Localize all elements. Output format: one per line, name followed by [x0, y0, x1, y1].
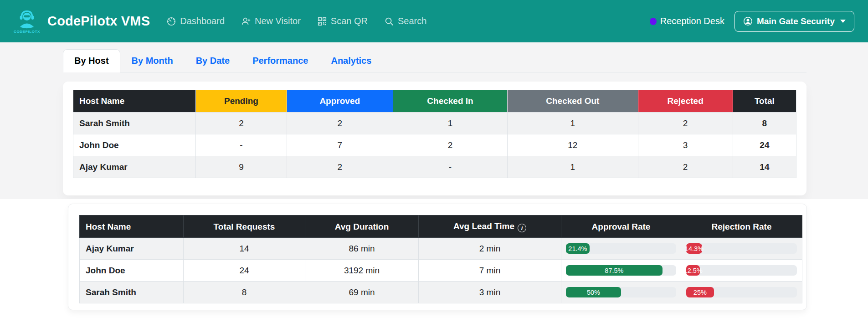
- station-label: Reception Desk: [660, 16, 724, 26]
- avg-duration-cell: 3192 min: [305, 260, 419, 282]
- avg-lead-time-cell: 2 min: [419, 238, 561, 260]
- checked-in-cell: -: [393, 156, 507, 178]
- rejection-progress-bar: 14.3%: [686, 243, 702, 254]
- table-row: Ajay Kumar 9 2 - 1 2 14: [73, 156, 796, 178]
- checked-out-cell: 1: [508, 156, 638, 178]
- approval-progress-track: 21.4%: [566, 243, 676, 254]
- avg-duration-cell: 69 min: [305, 282, 419, 303]
- host-name-cell: Sarah Smith: [73, 113, 196, 134]
- pending-cell: 2: [196, 113, 287, 134]
- rejection-progress-track: 14.3%: [686, 243, 797, 254]
- table-row: Sarah Smith 2 2 1 1 2 8: [73, 113, 796, 134]
- logo-caption: CODEPILOTX: [14, 30, 40, 34]
- pending-cell: 9: [196, 156, 287, 178]
- user-menu-label: Main Gate Security: [757, 16, 835, 26]
- nav-item-scan-qr[interactable]: Scan QR: [317, 16, 368, 26]
- host-status-card: Host Name Pending Approved Checked In Ch…: [63, 82, 806, 195]
- table-row: Ajay Kumar 14 86 min 2 min 21.4% 14.3%: [80, 238, 802, 260]
- brand-title[interactable]: CodePilotx VMS: [47, 14, 150, 29]
- tab-performance[interactable]: Performance: [241, 49, 319, 72]
- logo-person-headset-icon: [16, 9, 37, 29]
- total-cell: 14: [733, 156, 796, 178]
- host-performance-card: Host Name Total Requests Avg Duration Av…: [68, 204, 807, 310]
- approval-progress-bar: 50%: [566, 287, 621, 297]
- app-root: { "navbar": { "brand": "CodePilotx VMS",…: [0, 0, 868, 328]
- tab-analytics[interactable]: Analytics: [319, 49, 383, 72]
- qr-icon: [317, 16, 327, 26]
- station-status-dot: [650, 18, 657, 25]
- app-logo[interactable]: CODEPILOTX: [14, 9, 40, 34]
- col-avg-duration: Avg Duration: [305, 215, 419, 238]
- rejection-progress-bar: 25%: [686, 287, 714, 297]
- tab-by-host[interactable]: By Host: [63, 49, 120, 72]
- col-host-name: Host Name: [73, 90, 196, 113]
- performance-header-row: Host Name Total Requests Avg Duration Av…: [80, 215, 802, 238]
- approved-cell: 7: [287, 134, 393, 156]
- host-name-cell: John Doe: [73, 134, 196, 156]
- total-cell: 24: [733, 134, 796, 156]
- rejection-rate-cell: 25%: [681, 282, 802, 303]
- dashboard-icon: [166, 16, 176, 26]
- col-approval-rate: Approval Rate: [561, 215, 681, 238]
- col-approved: Approved: [287, 90, 393, 113]
- avg-lead-time-cell: 7 min: [419, 260, 561, 282]
- nav-label-dashboard: Dashboard: [180, 16, 225, 26]
- report-tabs: By Host By Month By Date Performance Ana…: [63, 49, 806, 72]
- station-indicator: Reception Desk: [650, 16, 724, 26]
- rejected-cell: 2: [638, 113, 733, 134]
- nav-label-new-visitor: New Visitor: [255, 16, 301, 26]
- approval-progress-track: 50%: [566, 287, 676, 297]
- host-status-table: Host Name Pending Approved Checked In Ch…: [73, 90, 796, 178]
- host-name-cell: Ajay Kumar: [80, 238, 184, 260]
- lower-section: Host Name Total Requests Avg Duration Av…: [0, 199, 868, 310]
- nav-label-search: Search: [398, 16, 426, 26]
- checked-in-cell: 1: [393, 113, 507, 134]
- info-icon[interactable]: i: [518, 224, 526, 232]
- host-name-cell: Ajay Kumar: [73, 156, 196, 178]
- rejected-cell: 2: [638, 156, 733, 178]
- nav-links: Dashboard New Visitor Scan QR Search: [166, 16, 426, 26]
- total-requests-cell: 24: [184, 260, 305, 282]
- total-cell: 8: [733, 113, 796, 134]
- checked-out-cell: 1: [508, 113, 638, 134]
- col-checked-in: Checked In: [393, 90, 507, 113]
- approval-rate-cell: 21.4%: [561, 238, 681, 260]
- approval-progress-track: 87.5%: [566, 265, 676, 276]
- person-circle-icon: [743, 16, 753, 26]
- rejection-rate-cell: 14.3%: [681, 238, 802, 260]
- approved-cell: 2: [287, 113, 393, 134]
- approval-progress-bar: 87.5%: [566, 265, 663, 276]
- col-host-name: Host Name: [80, 215, 184, 238]
- approval-progress-bar: 21.4%: [566, 243, 590, 254]
- person-plus-icon: [241, 16, 251, 26]
- nav-label-scan-qr: Scan QR: [331, 16, 368, 26]
- avg-duration-cell: 86 min: [305, 238, 419, 260]
- col-rejection-rate: Rejection Rate: [681, 215, 802, 238]
- host-performance-table: Host Name Total Requests Avg Duration Av…: [79, 215, 802, 303]
- avg-lead-time-cell: 3 min: [419, 282, 561, 303]
- chevron-down-icon: [840, 20, 846, 23]
- col-rejected: Rejected: [638, 90, 733, 113]
- tab-by-date[interactable]: By Date: [185, 49, 241, 72]
- tab-by-month[interactable]: By Month: [120, 49, 185, 72]
- col-total-requests: Total Requests: [184, 215, 305, 238]
- nav-item-dashboard[interactable]: Dashboard: [166, 16, 225, 26]
- nav-item-new-visitor[interactable]: New Visitor: [241, 16, 301, 26]
- col-total: Total: [733, 90, 796, 113]
- col-checked-out: Checked Out: [508, 90, 638, 113]
- search-icon: [384, 16, 394, 26]
- approved-cell: 2: [287, 156, 393, 178]
- total-requests-cell: 8: [184, 282, 305, 303]
- table-row: Sarah Smith 8 69 min 3 min 50% 25%: [80, 282, 802, 303]
- col-avg-lead-time: Avg Lead Timei: [419, 215, 561, 238]
- upper-section: By Host By Month By Date Performance Ana…: [0, 42, 868, 199]
- rejected-cell: 3: [638, 134, 733, 156]
- col-pending: Pending: [196, 90, 287, 113]
- user-menu-button[interactable]: Main Gate Security: [734, 11, 854, 32]
- approval-rate-cell: 50%: [561, 282, 681, 303]
- nav-item-search[interactable]: Search: [384, 16, 426, 26]
- approval-rate-cell: 87.5%: [561, 260, 681, 282]
- host-name-cell: Sarah Smith: [80, 282, 184, 303]
- rejection-progress-track: 12.5%: [686, 265, 797, 276]
- rejection-progress-track: 25%: [686, 287, 797, 297]
